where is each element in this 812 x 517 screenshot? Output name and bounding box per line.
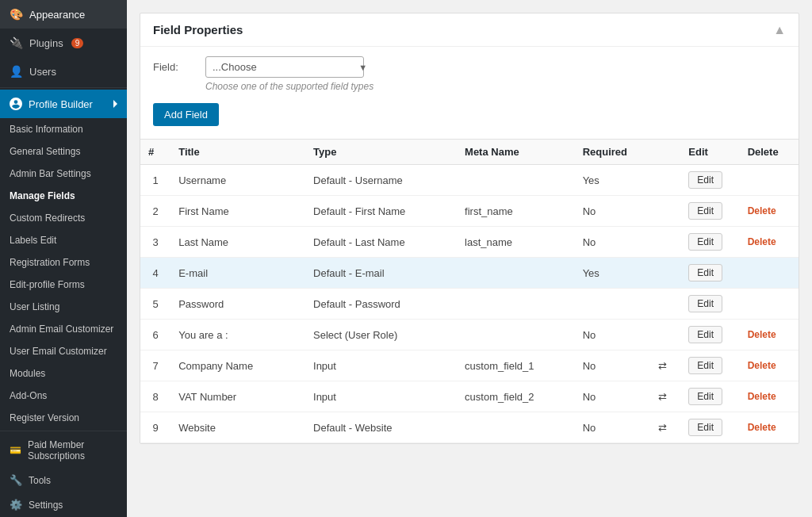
sidebar-item-appearance-label: Appearance (29, 9, 85, 21)
row-title: E-mail (170, 258, 305, 289)
row-edit-cell: Edit (680, 227, 739, 258)
edit-button[interactable]: Edit (688, 295, 722, 312)
row-meta (457, 412, 575, 443)
th-title: Title (170, 140, 305, 165)
sidebar-item-settings[interactable]: ⚙️ Settings (0, 492, 127, 517)
field-select-wrapper: ...ChooseInputTextareaSelectCheckboxRadi… (205, 56, 373, 78)
row-type: Default - Password (305, 289, 457, 320)
row-required: No (575, 412, 651, 443)
edit-button[interactable]: Edit (688, 202, 722, 220)
sidebar-profile-builder[interactable]: Profile Builder (0, 90, 127, 118)
row-edit-cell: Edit (680, 412, 739, 443)
sidebar-item-tools[interactable]: 🔧 Tools (0, 468, 127, 492)
row-shuffle[interactable]: ⇄ (650, 412, 680, 443)
row-type: Default - E-mail (305, 258, 457, 289)
edit-button[interactable]: Edit (688, 233, 722, 251)
row-title: Company Name (170, 350, 305, 381)
row-shuffle (650, 289, 680, 320)
fields-table: # Title Type Meta Name Required Edit Del… (140, 139, 799, 443)
row-title: Last Name (170, 227, 305, 258)
sidebar-item-appearance[interactable]: 🎨 Appearance (0, 0, 127, 29)
row-type: Select (User Role) (305, 320, 457, 350)
sidebar-item-basic-information-label: Basic Information (10, 124, 83, 135)
row-title: Password (170, 289, 305, 320)
plugins-badge: 9 (71, 38, 84, 48)
delete-button[interactable]: Delete (748, 327, 776, 343)
row-meta: first_name (457, 196, 575, 227)
sidebar-item-user-listing[interactable]: User Listing (0, 296, 127, 318)
row-shuffle[interactable]: ⇄ (650, 350, 680, 381)
edit-button[interactable]: Edit (688, 326, 722, 343)
row-required: No (575, 381, 651, 412)
edit-button[interactable]: Edit (688, 264, 722, 281)
field-selector-row: Field: ...ChooseInputTextareaSelectCheck… (140, 47, 799, 95)
row-title: VAT Number (170, 381, 305, 412)
delete-button[interactable]: Delete (748, 203, 776, 219)
row-delete-cell: Delete (740, 227, 799, 258)
delete-button[interactable]: Delete (748, 358, 776, 373)
delete-button[interactable]: Delete (748, 419, 776, 435)
delete-button[interactable]: Delete (748, 234, 776, 250)
th-spacer (650, 140, 680, 165)
table-header: # Title Type Meta Name Required Edit Del… (140, 140, 799, 165)
row-shuffle (650, 320, 680, 350)
sidebar-item-paid-member-subscriptions[interactable]: 💳 Paid Member Subscriptions (0, 433, 127, 468)
table-row: 4 E-mail Default - E-mail Yes Edit (140, 258, 799, 289)
table-row: 1 Username Default - Username Yes Edit (140, 165, 799, 196)
sidebar-item-user-email-customizer[interactable]: User Email Customizer (0, 340, 127, 362)
sidebar-item-tools-label: Tools (29, 475, 51, 486)
row-num: 3 (140, 227, 170, 258)
field-type-select[interactable]: ...ChooseInputTextareaSelectCheckboxRadi… (205, 56, 364, 78)
edit-button[interactable]: Edit (688, 419, 722, 436)
sidebar-item-basic-information[interactable]: Basic Information (0, 118, 127, 140)
edit-button[interactable]: Edit (688, 171, 722, 189)
sidebar-item-labels-edit-label: Labels Edit (10, 235, 56, 246)
arrow-icon (113, 100, 117, 108)
field-properties-panel: Field Properties ▲ Field: ...ChooseInput… (140, 13, 799, 444)
sidebar-item-general-settings[interactable]: General Settings (0, 140, 127, 163)
row-required: No (575, 196, 651, 227)
sidebar-item-modules-label: Modules (10, 368, 45, 379)
sidebar-item-manage-fields-label: Manage Fields (10, 190, 75, 201)
add-field-button[interactable]: Add Field (153, 103, 219, 126)
panel-title: Field Properties (153, 23, 243, 36)
sidebar-item-users[interactable]: 👤 Users (0, 57, 127, 86)
panel-close-button[interactable]: ▲ (773, 24, 786, 36)
sidebar-item-add-ons[interactable]: Add-Ons (0, 385, 127, 407)
row-shuffle (650, 258, 680, 289)
edit-button[interactable]: Edit (688, 357, 722, 374)
row-type: Default - First Name (305, 196, 457, 227)
sidebar-item-modules[interactable]: Modules (0, 362, 127, 385)
row-shuffle (650, 165, 680, 196)
row-meta: last_name (457, 227, 575, 258)
row-shuffle[interactable]: ⇄ (650, 381, 680, 412)
row-title: Username (170, 165, 305, 196)
sidebar-item-registration-forms[interactable]: Registration Forms (0, 251, 127, 274)
row-shuffle (650, 196, 680, 227)
plugin-icon: 🔌 (10, 36, 23, 49)
row-meta (457, 320, 575, 350)
row-edit-cell: Edit (680, 320, 739, 350)
sidebar-item-user-email-customizer-label: User Email Customizer (10, 346, 107, 357)
th-required: Required (575, 140, 651, 165)
sidebar-item-plugins-label: Plugins (29, 37, 63, 49)
th-num: # (140, 140, 170, 165)
sidebar-divider-1 (0, 87, 127, 88)
sidebar-item-admin-email-customizer[interactable]: Admin Email Customizer (0, 318, 127, 340)
sidebar-item-admin-bar-settings[interactable]: Admin Bar Settings (0, 163, 127, 185)
row-title: You are a : (170, 320, 305, 350)
sidebar-item-settings-label: Settings (29, 500, 63, 511)
edit-button[interactable]: Edit (688, 388, 722, 405)
row-num: 8 (140, 381, 170, 412)
row-meta (457, 258, 575, 289)
sidebar-item-custom-redirects[interactable]: Custom Redirects (0, 207, 127, 229)
row-type: Default - Last Name (305, 227, 457, 258)
sidebar-item-register-version[interactable]: Register Version (0, 407, 127, 429)
sidebar-item-labels-edit[interactable]: Labels Edit (0, 229, 127, 251)
sidebar-item-edit-profile-forms[interactable]: Edit-profile Forms (0, 274, 127, 296)
sidebar-item-plugins[interactable]: 🔌 Plugins 9 (0, 29, 127, 57)
delete-button[interactable]: Delete (748, 389, 776, 404)
field-hint-text: Choose one of the supported field types (205, 81, 373, 92)
sidebar-item-manage-fields[interactable]: Manage Fields (0, 185, 127, 207)
table-body: 1 Username Default - Username Yes Edit 2… (140, 165, 799, 443)
